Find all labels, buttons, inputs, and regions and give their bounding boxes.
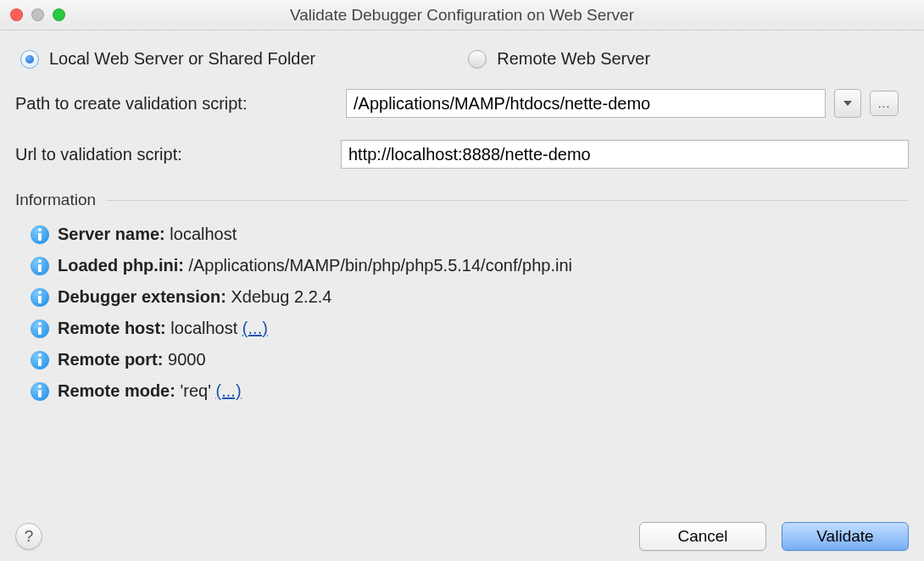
info-icon	[31, 319, 49, 338]
info-icon	[31, 257, 49, 275]
close-icon[interactable]	[10, 8, 23, 21]
minimize-icon[interactable]	[31, 8, 44, 21]
path-history-button[interactable]	[834, 89, 861, 118]
url-input[interactable]	[341, 140, 909, 169]
url-label: Url to validation script:	[15, 145, 341, 164]
server-type-radios: Local Web Server or Shared Folder Remote…	[15, 49, 909, 69]
info-icon	[31, 288, 49, 307]
titlebar: Validate Debugger Configuration on Web S…	[0, 0, 924, 31]
path-row: Path to create validation script: ...	[15, 89, 909, 118]
info-icon	[31, 225, 49, 244]
info-icon	[31, 382, 49, 401]
info-remote-mode: Remote mode: 'req' (...)	[31, 381, 909, 401]
radio-icon	[468, 50, 487, 69]
info-remote-port: Remote port: 9000	[31, 350, 909, 369]
information-list: Server name: localhost Loaded php.ini: /…	[15, 225, 909, 401]
section-title: Information	[15, 191, 96, 209]
dialog-content: Local Web Server or Shared Folder Remote…	[0, 31, 924, 409]
info-remote-host: Remote host: localhost (...)	[31, 319, 909, 338]
fullscreen-icon[interactable]	[53, 8, 65, 21]
information-section-header: Information	[15, 191, 909, 209]
radio-icon	[20, 50, 39, 69]
remote-mode-link[interactable]: (...)	[216, 381, 242, 400]
validate-button[interactable]: Validate	[782, 522, 909, 551]
radio-remote-label: Remote Web Server	[497, 49, 650, 69]
browse-button[interactable]: ...	[870, 91, 899, 116]
window-title: Validate Debugger Configuration on Web S…	[0, 6, 924, 25]
remote-host-link[interactable]: (...)	[242, 319, 268, 337]
ellipsis-icon: ...	[878, 97, 891, 110]
info-debugger-extension: Debugger extension: Xdebug 2.2.4	[31, 287, 909, 307]
help-button[interactable]: ?	[15, 523, 42, 550]
dialog-footer: ? Cancel Validate	[15, 522, 909, 551]
chevron-down-icon	[843, 100, 853, 107]
radio-remote-web-server[interactable]: Remote Web Server	[468, 49, 650, 69]
info-loaded-php-ini: Loaded php.ini: /Applications/MAMP/bin/p…	[31, 256, 909, 275]
path-label: Path to create validation script:	[15, 94, 346, 114]
svg-marker-0	[843, 101, 852, 106]
path-input[interactable]	[346, 89, 826, 118]
radio-local-web-server[interactable]: Local Web Server or Shared Folder	[20, 49, 315, 69]
info-icon	[31, 351, 49, 369]
radio-local-label: Local Web Server or Shared Folder	[49, 49, 315, 69]
divider	[106, 200, 909, 201]
window-controls	[10, 8, 65, 21]
cancel-button[interactable]: Cancel	[639, 522, 766, 551]
info-server-name: Server name: localhost	[31, 225, 909, 244]
url-row: Url to validation script:	[15, 140, 909, 169]
